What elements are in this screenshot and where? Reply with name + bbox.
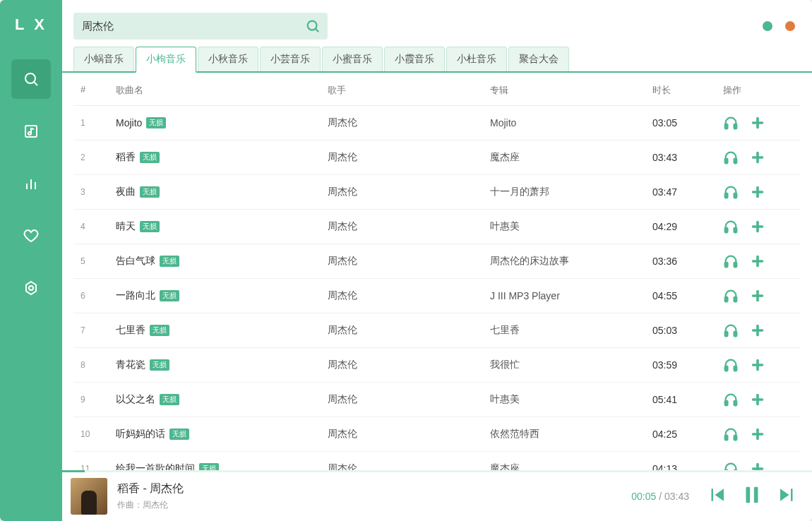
add-button[interactable] <box>750 115 765 131</box>
album-cover[interactable] <box>71 478 107 515</box>
listen-button[interactable] <box>723 253 739 269</box>
lossless-badge: 无损 <box>140 152 160 163</box>
row-song: 夜曲无损 <box>116 186 328 198</box>
table-row[interactable]: 8青花瓷无损周杰伦我很忙03:59 <box>73 348 801 383</box>
add-button[interactable] <box>750 323 765 338</box>
listen-button[interactable] <box>723 184 739 200</box>
listen-button[interactable] <box>723 219 739 234</box>
row-index: 7 <box>80 325 116 335</box>
listen-button[interactable] <box>723 357 739 373</box>
table-row[interactable]: 10听妈妈的话无损周杰伦依然范特西04:25 <box>73 417 801 452</box>
table-row[interactable]: 6一路向北无损周杰伦J III MP3 Player04:55 <box>73 279 801 313</box>
plus-icon <box>750 426 765 442</box>
svg-rect-48 <box>734 436 737 440</box>
row-duration: 03:47 <box>652 186 723 198</box>
headphones-icon <box>723 392 739 407</box>
row-duration: 04:29 <box>652 221 723 232</box>
search-input[interactable] <box>73 13 328 40</box>
row-artist: 周杰伦 <box>328 151 490 164</box>
row-artist: 周杰伦 <box>328 359 490 371</box>
listen-button[interactable] <box>723 426 739 442</box>
table-row[interactable]: 7七里香无损周杰伦七里香05:03 <box>73 313 801 348</box>
add-button[interactable] <box>750 392 765 407</box>
svg-rect-11 <box>725 124 728 128</box>
row-index: 2 <box>80 152 116 162</box>
add-button[interactable] <box>750 288 765 304</box>
row-album: 魔杰座 <box>490 151 652 164</box>
source-tab[interactable]: 小芸音乐 <box>260 47 321 71</box>
table-row[interactable]: 1Mojito无损周杰伦Mojito03:05 <box>73 106 801 140</box>
add-button[interactable] <box>750 219 765 234</box>
lossless-badge: 无损 <box>160 290 179 301</box>
table-row[interactable]: 9以父之名无损周杰伦叶惠美05:41 <box>73 383 801 417</box>
col-artist: 歌手 <box>328 84 490 97</box>
add-button[interactable] <box>750 426 765 442</box>
add-button[interactable] <box>750 357 765 373</box>
col-album: 专辑 <box>490 84 652 97</box>
source-tab[interactable]: 小枸音乐 <box>136 47 196 73</box>
add-button[interactable] <box>750 150 765 165</box>
svg-rect-15 <box>725 159 728 163</box>
topbar <box>62 0 812 47</box>
lossless-badge: 无损 <box>150 325 169 336</box>
add-button[interactable] <box>750 253 765 269</box>
pause-icon <box>740 483 764 507</box>
plus-icon <box>750 392 765 407</box>
results-content: # 歌曲名 歌手 专辑 时长 操作 1Mojito无损周杰伦Mojito03:0… <box>62 73 812 521</box>
close-button[interactable] <box>785 21 795 31</box>
svg-rect-19 <box>725 193 728 198</box>
svg-line-1 <box>35 83 38 86</box>
source-tab[interactable]: 小蜗音乐 <box>73 47 134 71</box>
row-actions <box>723 426 794 442</box>
source-tab[interactable]: 小霞音乐 <box>384 47 445 71</box>
source-tab[interactable]: 小杜音乐 <box>446 47 507 71</box>
headphones-icon <box>723 253 739 269</box>
row-artist: 周杰伦 <box>328 116 490 129</box>
svg-rect-47 <box>725 436 728 440</box>
listen-button[interactable] <box>723 115 739 131</box>
music-list-icon <box>23 123 40 140</box>
listen-button[interactable] <box>723 150 739 165</box>
row-index: 4 <box>80 222 116 232</box>
skip-back-icon <box>706 484 727 505</box>
nav-settings[interactable] <box>11 268 51 308</box>
source-tab[interactable]: 小秋音乐 <box>198 47 258 71</box>
table-row[interactable]: 5告白气球无损周杰伦周杰伦的床边故事03:36 <box>73 244 801 279</box>
nav-favorites[interactable] <box>11 216 51 256</box>
source-tab[interactable]: 聚合大会 <box>508 47 569 71</box>
row-actions <box>723 288 794 304</box>
chart-icon <box>23 175 40 192</box>
table-row[interactable]: 3夜曲无损周杰伦十一月的萧邦03:47 <box>73 175 801 210</box>
row-song: 青花瓷无损 <box>116 359 328 371</box>
minimize-button[interactable] <box>763 21 772 31</box>
add-button[interactable] <box>750 184 765 200</box>
row-index: 10 <box>80 429 116 439</box>
window-buttons <box>763 21 795 31</box>
nav-chart[interactable] <box>11 164 51 203</box>
progress-track[interactable] <box>62 470 812 472</box>
next-button[interactable] <box>777 484 798 508</box>
row-index: 5 <box>80 256 116 266</box>
pause-button[interactable] <box>740 483 764 510</box>
row-duration: 03:59 <box>652 359 723 371</box>
svg-rect-55 <box>746 486 751 503</box>
svg-rect-31 <box>725 297 728 301</box>
prev-button[interactable] <box>706 484 727 508</box>
plus-icon <box>750 184 765 200</box>
table-row[interactable]: 4晴天无损周杰伦叶惠美04:29 <box>73 210 801 244</box>
svg-point-8 <box>29 286 33 290</box>
lossless-badge: 无损 <box>160 394 179 405</box>
listen-button[interactable] <box>723 288 739 304</box>
plus-icon <box>750 253 765 269</box>
row-actions <box>723 253 794 269</box>
svg-point-9 <box>308 21 317 30</box>
source-tab[interactable]: 小蜜音乐 <box>322 47 383 71</box>
listen-button[interactable] <box>723 323 739 338</box>
listen-button[interactable] <box>723 392 739 407</box>
table-row[interactable]: 2稻香无损周杰伦魔杰座03:43 <box>73 140 801 175</box>
nav-search[interactable] <box>11 59 51 99</box>
col-index: # <box>80 84 116 97</box>
search-button[interactable] <box>302 16 323 37</box>
nav-playlist[interactable] <box>11 112 51 151</box>
svg-rect-43 <box>725 401 728 405</box>
